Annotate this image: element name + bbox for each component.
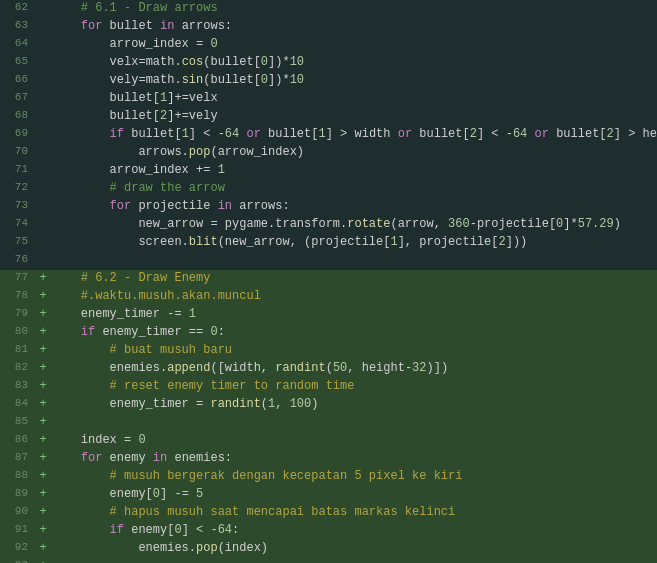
code-token: if	[81, 325, 95, 339]
code-token: # buat musuh baru	[110, 343, 232, 357]
line-number: 71	[0, 162, 36, 178]
code-token: ] < -	[182, 523, 218, 537]
line-content: # 6.1 - Draw arrows	[50, 0, 657, 17]
code-token: enemy_timer -=	[52, 307, 189, 321]
line-marker	[36, 72, 50, 89]
code-token: (arrow,	[390, 217, 448, 231]
code-token: blit	[189, 235, 218, 249]
line-content: if enemy_timer == 0:	[50, 324, 657, 341]
line-content: # buat musuh baru	[50, 342, 657, 359]
code-token	[52, 343, 110, 357]
code-token: 0	[210, 325, 217, 339]
line-marker: +	[36, 306, 50, 323]
code-token: 10	[290, 73, 304, 87]
code-token: 5	[196, 487, 203, 501]
code-token: # hapus musuh saat mencapai batas markas…	[110, 505, 456, 519]
line-content: enemy_timer -= 1	[50, 306, 657, 323]
line-marker: +	[36, 504, 50, 521]
code-token: 57.29	[578, 217, 614, 231]
line-marker: +	[36, 486, 50, 503]
code-token: :	[218, 325, 225, 339]
code-token: bullet[	[52, 109, 160, 123]
line-number: 86	[0, 432, 36, 448]
code-token	[52, 19, 81, 33]
code-token: 0	[153, 487, 160, 501]
code-token: for	[81, 19, 103, 33]
code-token: enemy_timer =	[52, 397, 210, 411]
code-token: 360	[448, 217, 470, 231]
line-content: # 6.2 - Draw Enemy	[50, 270, 657, 287]
line-marker: +	[36, 468, 50, 485]
table-row: 76	[0, 252, 657, 270]
code-token: (index)	[218, 541, 268, 555]
line-marker	[36, 126, 50, 143]
line-marker: +	[36, 522, 50, 539]
code-token: #.waktu.musuh.akan.muncul	[81, 289, 261, 303]
line-number: 68	[0, 108, 36, 124]
line-number: 87	[0, 450, 36, 466]
line-marker	[36, 144, 50, 161]
line-marker	[36, 36, 50, 53]
code-token: velx=	[52, 55, 146, 69]
table-row: 83+ # reset enemy timer to random time	[0, 378, 657, 396]
code-token: ]*	[563, 217, 577, 231]
line-marker	[36, 198, 50, 215]
table-row: 72 # draw the arrow	[0, 180, 657, 198]
line-content: if enemy[0] < -64:	[50, 522, 657, 539]
code-token: 64	[218, 523, 232, 537]
code-token: (bullet[	[203, 73, 261, 87]
line-marker	[36, 252, 50, 269]
line-number: 85	[0, 414, 36, 430]
code-token	[52, 379, 110, 393]
line-number: 76	[0, 252, 36, 268]
code-token	[52, 451, 81, 465]
line-marker: +	[36, 540, 50, 557]
code-editor: 62 # 6.1 - Draw arrows63 for bullet in a…	[0, 0, 657, 563]
code-token: sin	[182, 73, 204, 87]
code-token: 50	[333, 361, 347, 375]
line-content: for projectile in arrows:	[50, 198, 657, 215]
table-row: 69 if bullet[1] < -64 or bullet[1] > wid…	[0, 126, 657, 144]
code-token: bullet[	[124, 127, 182, 141]
code-token: projectile	[131, 199, 217, 213]
code-token: 2	[499, 235, 506, 249]
table-row: 77+ # 6.2 - Draw Enemy	[0, 270, 657, 288]
table-row: 85+	[0, 414, 657, 432]
line-content: bullet[2]+=vely	[50, 108, 657, 125]
line-content: # musuh bergerak dengan kecepatan 5 pixe…	[50, 468, 657, 485]
code-token: randint	[275, 361, 325, 375]
line-number: 91	[0, 522, 36, 538]
line-number: 65	[0, 54, 36, 70]
line-content: velx=math.cos(bullet[0])*10	[50, 54, 657, 71]
code-token: (arrow_index)	[210, 145, 304, 159]
code-token: (bullet[	[203, 55, 261, 69]
code-token: index =	[52, 433, 138, 447]
code-token	[52, 325, 81, 339]
line-marker	[36, 54, 50, 71]
table-row: 63 for bullet in arrows:	[0, 18, 657, 36]
code-token: .	[174, 55, 181, 69]
table-row: 66 vely=math.sin(bullet[0])*10	[0, 72, 657, 90]
code-token: new_arrow = pygame.transform.	[52, 217, 347, 231]
line-number: 79	[0, 306, 36, 322]
table-row: 78+ #.waktu.musuh.akan.muncul	[0, 288, 657, 306]
code-token	[52, 1, 81, 15]
code-token: enemy	[102, 451, 152, 465]
table-row: 91+ if enemy[0] < -64:	[0, 522, 657, 540]
code-token: # draw the arrow	[110, 181, 225, 195]
line-number: 63	[0, 18, 36, 34]
line-number: 88	[0, 468, 36, 484]
code-token: 1	[318, 127, 325, 141]
line-marker: +	[36, 288, 50, 305]
code-token: # 6.1 - Draw arrows	[81, 1, 218, 15]
code-token: in	[153, 451, 167, 465]
code-token: 0	[138, 433, 145, 447]
line-content: enemy_timer = randint(1, 100)	[50, 396, 657, 413]
code-token: bullet	[102, 19, 160, 33]
code-token: for	[81, 451, 103, 465]
line-content: for bullet in arrows:	[50, 18, 657, 35]
line-content: # reset enemy timer to random time	[50, 378, 657, 395]
line-content: if bullet[1] < -64 or bullet[1] > width …	[50, 126, 657, 143]
code-token: ]+=velx	[167, 91, 217, 105]
table-row: 87+ for enemy in enemies:	[0, 450, 657, 468]
